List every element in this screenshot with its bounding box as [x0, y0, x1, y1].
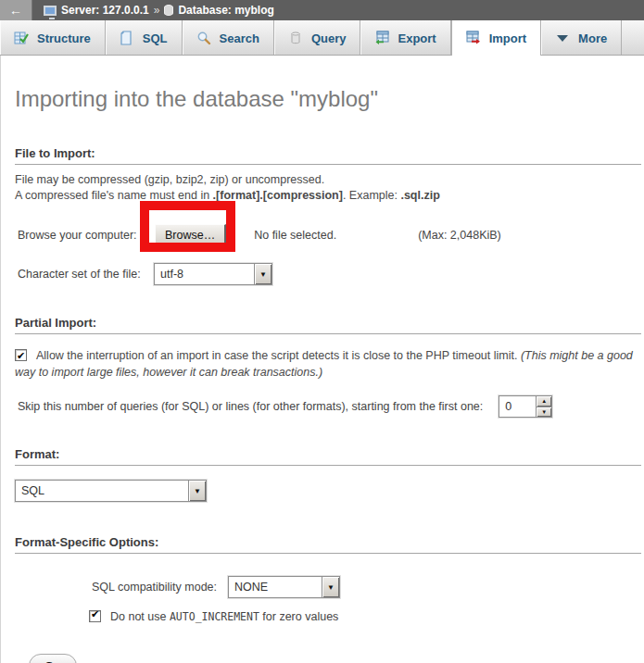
tab-label: SQL: [143, 31, 168, 45]
dropdown-arrow-icon[interactable]: [188, 481, 206, 501]
structure-icon: [14, 31, 29, 45]
example-token: .sql.zip: [400, 189, 439, 202]
no-file-selected-text: No file selected.: [254, 229, 336, 242]
section-format: Format:: [15, 447, 641, 466]
tab-import[interactable]: Import: [451, 20, 541, 56]
database-icon: [164, 5, 173, 16]
charset-label: Character set of the file:: [18, 268, 154, 281]
allow-interrupt-checkbox[interactable]: [15, 349, 27, 361]
allow-interrupt-row: Allow the interruption of an import in c…: [15, 347, 634, 381]
auto-increment-row: Do not use AUTO_INCREMENT for zero value…: [15, 610, 644, 623]
query-icon: [288, 31, 303, 45]
compression-note-line1: File may be compressed (gzip, bzip2, zip…: [15, 173, 324, 186]
sql-compat-row: SQL compatibility mode: NONE: [15, 576, 644, 598]
chevron-down-icon: [555, 31, 570, 45]
tab-label: Query: [311, 31, 347, 45]
go-button[interactable]: Go: [29, 654, 77, 663]
search-icon: [196, 31, 211, 45]
tab-more[interactable]: More: [541, 20, 622, 56]
example-label: . Example:: [343, 189, 401, 202]
back-icon[interactable]: [0, 0, 32, 20]
main-content: Importing into the database "myblog" Fil…: [0, 56, 644, 663]
export-icon: [374, 31, 389, 45]
breadcrumb-separator: »: [154, 4, 160, 17]
stepper-buttons: [536, 396, 551, 417]
skip-queries-label: Skip this number of queries (for SQL) or…: [18, 400, 483, 413]
format-select-row: SQL: [15, 480, 644, 502]
file-upload-row: Browse your computer: Browse… No file se…: [15, 223, 644, 247]
browse-label: Browse your computer:: [18, 229, 155, 242]
stepper-up-icon[interactable]: [537, 396, 551, 407]
tab-search[interactable]: Search: [183, 20, 274, 56]
auto-increment-label-prefix: Do not use: [110, 610, 170, 623]
import-icon: [466, 31, 481, 45]
browse-button[interactable]: Browse…: [155, 224, 226, 246]
sql-compat-label: SQL compatibility mode:: [92, 581, 217, 594]
allow-interrupt-label: Allow the interruption of an import in c…: [36, 349, 521, 362]
tab-label: Structure: [37, 31, 91, 45]
breadcrumb-database[interactable]: Database: myblog: [178, 4, 273, 17]
dropdown-arrow-icon[interactable]: [254, 264, 271, 284]
skip-queries-row: Skip this number of queries (for SQL) or…: [15, 394, 644, 419]
tab-bar: Structure SQL Search Query Export Import…: [0, 20, 644, 56]
compression-note-line2: A compressed file's name must end in: [15, 189, 213, 202]
tab-label: Search: [220, 31, 259, 45]
titlebar: Server: 127.0.0.1 » Database: myblog: [0, 0, 644, 20]
auto-increment-checkbox[interactable]: [89, 610, 101, 622]
tab-query[interactable]: Query: [274, 20, 361, 56]
sql-icon: [120, 31, 134, 45]
tab-label: More: [578, 31, 607, 45]
charset-row: Character set of the file: utf-8: [15, 263, 644, 285]
section-file-to-import: File to Import:: [15, 146, 641, 165]
page-title: Importing into the database "myblog": [15, 56, 644, 112]
auto-increment-label-suffix: for zero values: [259, 610, 338, 623]
format-compression-token: .[format].[compression]: [213, 189, 343, 202]
max-size-text: (Max: 2,048KiB): [418, 229, 501, 242]
stepper-down-icon[interactable]: [537, 407, 551, 418]
tab-export[interactable]: Export: [360, 20, 450, 56]
tab-sql[interactable]: SQL: [106, 20, 183, 56]
section-format-specific: Format-Specific Options:: [15, 535, 641, 554]
charset-select[interactable]: utf-8: [154, 263, 272, 285]
breadcrumb: Server: 127.0.0.1 » Database: myblog: [44, 4, 274, 17]
tab-label: Import: [489, 31, 526, 45]
sql-compat-selected-value: NONE: [229, 577, 273, 597]
compression-note: File may be compressed (gzip, bzip2, zip…: [15, 172, 644, 204]
skip-queries-stepper[interactable]: 0: [499, 395, 552, 418]
charset-selected-value: utf-8: [155, 264, 189, 284]
format-select[interactable]: SQL: [15, 480, 207, 502]
dropdown-arrow-icon[interactable]: [322, 577, 339, 597]
tab-label: Export: [398, 31, 436, 45]
sql-compat-select[interactable]: NONE: [228, 576, 340, 598]
skip-queries-value: 0: [499, 396, 536, 417]
tab-structure[interactable]: Structure: [0, 20, 106, 56]
format-selected-value: SQL: [16, 481, 50, 501]
section-partial-import: Partial Import:: [15, 316, 641, 334]
auto-increment-code: AUTO_INCREMENT: [170, 610, 259, 623]
breadcrumb-server[interactable]: Server: 127.0.0.1: [61, 4, 149, 17]
server-icon: [44, 6, 57, 16]
